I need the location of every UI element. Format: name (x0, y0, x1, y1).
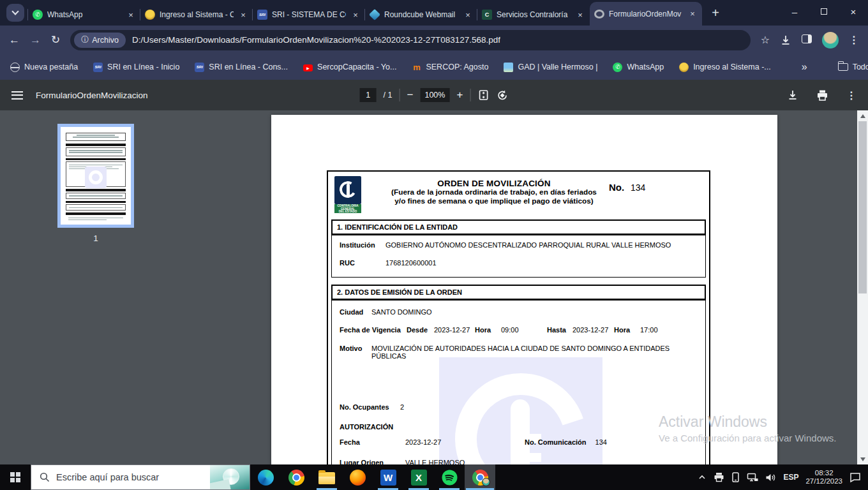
back-icon[interactable]: ← (9, 34, 20, 47)
hora-value: 09:00 (501, 326, 539, 334)
fecha-label: Fecha (340, 438, 405, 446)
section1-header: 1. IDENTIFICACIÓN DE LA ENTIDAD (331, 219, 706, 235)
bookmark-sercopcapacita[interactable]: ▶ SercopCapacita - Yo... (303, 63, 396, 71)
ocupantes-label: No. Ocupantes (340, 403, 400, 411)
reload-icon[interactable]: ↻ (51, 33, 60, 47)
side-panel-icon[interactable] (802, 34, 812, 46)
window-close-button[interactable]: × (839, 0, 868, 23)
tab-sri-sistema[interactable]: SRI SRI - SISTEMA DE CO × (253, 4, 365, 26)
windows-logo-icon (10, 472, 20, 482)
institucion-label: Institución (340, 241, 385, 249)
desde-label: Desde (407, 326, 434, 334)
keyboard-language-indicator[interactable]: ESP (783, 473, 798, 482)
forward-icon[interactable]: → (30, 34, 41, 47)
whatsapp-icon: ✆ (33, 10, 43, 20)
tab-whatsapp[interactable]: ✆ WhatsApp × (28, 4, 140, 26)
roundcube-icon (369, 9, 380, 20)
bookmark-label: SRI en Línea - Inicio (107, 63, 179, 71)
scrollbar-thumb[interactable] (858, 121, 867, 293)
comunicacion-value: 134 (595, 438, 607, 446)
taskbar-clock[interactable]: 08:32 27/12/2023 (805, 469, 842, 486)
tab-ingreso-sistema[interactable]: Ingreso al Sistema - C × (140, 4, 253, 26)
taskbar-firefox-icon[interactable] (342, 464, 373, 490)
bookmark-whatsapp[interactable]: ✆ WhatsApp (613, 63, 664, 72)
ruc-value: 1768120600001 (385, 259, 437, 267)
bookmark-sercop-agosto[interactable]: m SERCOP: Agosto (412, 63, 488, 72)
tab-formulario-orden-active[interactable]: FormularioOrdenMov × (590, 2, 702, 26)
bookmark-star-icon[interactable]: ☆ (761, 34, 770, 46)
menu-hamburger-icon[interactable] (11, 91, 23, 100)
tab-servicios-contraloria[interactable]: C Servicios Contraloría × (477, 4, 590, 26)
new-tab-button[interactable]: + (706, 3, 725, 22)
bookmark-gad-valle-hermoso[interactable]: GAD | Valle Hermoso | (504, 63, 597, 72)
start-button[interactable] (0, 464, 31, 490)
sri-icon: SRI (93, 63, 103, 72)
form-title: ORDEN DE MOVILIZACIÓN (385, 179, 602, 188)
vertical-scrollbar[interactable] (857, 110, 868, 464)
zoom-level-value[interactable]: 100% (420, 88, 449, 102)
scroll-up-arrow[interactable] (857, 110, 868, 121)
taskbar-edge-icon[interactable] (250, 464, 281, 490)
tray-phone-icon[interactable] (731, 472, 740, 482)
page-thumbnail[interactable] (57, 124, 134, 228)
bookmark-sri-inicio[interactable]: SRI SRI en Línea - Inicio (93, 63, 179, 72)
tray-chevron-up-icon[interactable] (698, 473, 707, 482)
chip-label: Archivo (92, 36, 119, 45)
maximize-icon (821, 8, 827, 15)
downloads-icon[interactable] (780, 34, 791, 46)
window-minimize-button[interactable]: – (780, 0, 809, 23)
fit-to-page-icon[interactable] (477, 89, 489, 101)
url-text[interactable]: D:/Users/Master/Downloads/FormularioOrde… (132, 35, 500, 45)
close-tab-icon[interactable]: × (350, 10, 361, 20)
close-tab-icon[interactable]: × (126, 10, 136, 20)
profile-avatar[interactable] (822, 32, 839, 48)
tab-search-button[interactable] (6, 4, 24, 22)
taskbar-chrome-active-icon[interactable] (465, 464, 495, 490)
bookmark-sri-consultas[interactable]: SRI SRI en Línea - Cons... (195, 63, 288, 72)
bookmark-ingreso-sistema[interactable]: Ingreso al Sistema -... (679, 63, 771, 72)
thumbnail-watermark (85, 167, 107, 188)
file-scheme-chip[interactable]: ⓘ Archivo (74, 33, 126, 48)
taskbar-excel-icon[interactable]: X (403, 464, 434, 490)
tray-network-icon[interactable] (747, 473, 758, 482)
logo-line: DEL ESTADO (334, 211, 361, 214)
notification-center-icon[interactable] (849, 472, 862, 483)
tab-title: Ingreso al Sistema - C (160, 10, 234, 19)
taskbar-word-icon[interactable]: W (373, 464, 403, 490)
bookmarks-overflow-icon[interactable]: » (802, 61, 807, 73)
bookmark-nueva-pestana[interactable]: Nueva pestaña (10, 63, 78, 72)
tab-title: Servicios Contraloría (497, 10, 571, 19)
contraloria-icon: C (482, 10, 492, 20)
address-bar[interactable]: ⓘ Archivo D:/Users/Master/Downloads/Form… (70, 30, 750, 50)
vigencia-label: Fecha de Vigencia (340, 326, 407, 334)
close-tab-icon[interactable]: × (238, 10, 248, 20)
ecuador-crest-icon (679, 63, 689, 72)
taskbar-chrome-icon[interactable] (281, 464, 311, 490)
window-maximize-button[interactable] (809, 0, 839, 23)
tray-volume-icon[interactable] (765, 473, 776, 482)
order-number-label: No. (609, 182, 624, 193)
close-tab-icon[interactable]: × (687, 9, 698, 19)
tab-roundcube[interactable]: Roundcube Webmail × (365, 4, 477, 26)
taskbar-search-box[interactable]: Escribe aquí para buscar (31, 464, 250, 490)
tray-printer-icon[interactable] (714, 472, 724, 482)
scroll-down-arrow[interactable] (860, 457, 865, 461)
all-bookmarks-button[interactable]: Todos los marcadores (838, 63, 868, 71)
download-icon[interactable] (787, 89, 798, 101)
browser-menu-icon[interactable]: ⋮ (849, 34, 859, 46)
zoom-out-icon[interactable]: − (407, 89, 414, 101)
close-tab-icon[interactable]: × (575, 10, 585, 20)
pdf-menu-icon[interactable]: ⋮ (846, 89, 857, 101)
close-tab-icon[interactable]: × (463, 10, 473, 20)
clock-time: 08:32 (805, 469, 842, 478)
rotate-icon[interactable] (496, 89, 508, 101)
taskbar-explorer-icon[interactable] (311, 464, 342, 490)
taskbar-spotify-icon[interactable] (434, 464, 465, 490)
print-icon[interactable] (816, 89, 828, 101)
chevron-down-icon (11, 8, 19, 15)
bookmark-label: SRI en Línea - Cons... (209, 63, 288, 71)
bookmark-label: WhatsApp (627, 63, 664, 71)
ocupantes-value: 2 (400, 403, 404, 411)
zoom-in-icon[interactable]: + (456, 89, 463, 101)
page-number-input[interactable]: 1 (360, 88, 377, 102)
